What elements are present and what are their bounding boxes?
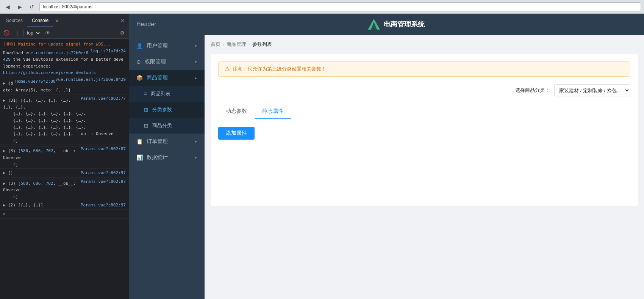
console-file-link[interactable]: vue.runtime.esm.js?2b0e:8429 (56, 76, 126, 83)
user-icon: 👤 (136, 43, 143, 49)
perm-icon: ⊙ (136, 59, 141, 65)
sidebar-item-label: 商品列表 (151, 90, 197, 97)
sidebar: 👤 用户管理 ▾ ⊙ 权限管理 ▾ 📦 商品管理 ▴ (129, 35, 205, 299)
expand-arrow[interactable]: ▶ (3, 181, 8, 186)
tab-more-btn[interactable]: » (53, 17, 61, 24)
app-header-title-area: 电商管理系统 (368, 19, 425, 30)
warning-icon: ⚠ (225, 66, 230, 72)
context-select[interactable]: top (23, 29, 41, 37)
list-icon: ≡ (144, 91, 147, 97)
breadcrumb: 首页 › 商品管理 › 参数列表 (211, 41, 638, 48)
category-select[interactable]: 家装建材 / 定制装修 / 拎包... (554, 84, 630, 96)
tab-dynamic-params[interactable]: 动态参数 (218, 104, 255, 119)
prompt-icon: > (3, 211, 6, 216)
tab-static-attrs[interactable]: 静态属性 (255, 104, 291, 119)
goods-submenu: ≡ 商品列表 ⊞ 分类参数 ⊟ 商品分类 (129, 86, 205, 134)
console-line: ▶ (2) [{…}, {…}] Params.vue?c802:97 (0, 201, 129, 210)
reload-btn[interactable]: ↺ (27, 2, 36, 11)
expand-arrow[interactable]: ▶ (3, 170, 8, 175)
sidebar-item-user-mgmt[interactable]: 👤 用户管理 ▾ (129, 38, 205, 54)
console-text: (3) [580, 686, 702, __ob__: Observe r] (3, 148, 76, 167)
expand-arrow[interactable]: ▶ (3, 98, 8, 103)
back-btn[interactable]: ◀ (3, 2, 12, 11)
category-label: 选择商品分类： (515, 87, 550, 94)
chevron-down-icon: ▾ (195, 60, 197, 65)
breadcrumb-sep: › (249, 42, 250, 47)
gear-btn[interactable]: ⚙ (118, 29, 127, 37)
expand-arrow[interactable]: ▶ (3, 148, 8, 153)
console-text: (2) [{…}, {…}] (8, 203, 43, 208)
console-file-link[interactable]: Params.vue?c802:87 (81, 146, 126, 153)
sidebar-item-goods-mgmt[interactable]: 📦 商品管理 ▴ (129, 70, 205, 86)
tab-sources[interactable]: Sources (2, 14, 27, 27)
warning-bar: ⚠ 注意：只允许为第三级分类设置相关参数！ (218, 61, 630, 77)
devtools-console[interactable]: [HMR] Waiting for update signal from WDS… (0, 39, 129, 299)
clear-console-btn[interactable]: 🚫 (2, 29, 11, 37)
category-row: 选择商品分类： 家装建材 / 定制装修 / 拎包... (218, 84, 630, 96)
console-file-link[interactable]: Params.vue?c802:87 (81, 178, 126, 185)
expand-arrow[interactable]: ▶ (3, 81, 8, 86)
chevron-up-icon: ▴ (195, 76, 197, 80)
address-text: localhost:8002/#/params (43, 4, 92, 9)
console-file-link[interactable]: log.js?1afd:24 (91, 48, 126, 55)
address-bar[interactable]: localhost:8002/#/params (39, 2, 641, 11)
sidebar-item-label: 商品分类 (152, 122, 197, 129)
fwd-btn[interactable]: ▶ (15, 2, 24, 11)
breadcrumb-goods[interactable]: 商品管理 (227, 41, 246, 48)
app-header: Header 电商管理系统 (129, 14, 644, 35)
params-tabs: 动态参数 静态属性 (218, 104, 630, 119)
sidebar-item-label: 订单管理 (147, 138, 191, 145)
devtools-close-btn[interactable]: × (118, 17, 127, 24)
console-prompt-line[interactable]: > (0, 210, 129, 219)
console-text: [] (8, 170, 13, 175)
console-line: ▶ [] Params.vue?c802:97 (0, 169, 129, 178)
console-file-link[interactable]: Params.vue?c802:97 (81, 202, 126, 209)
devtools-toolbar: 🚫 | top 👁 ⚙ (0, 27, 129, 39)
sidebar-item-goods-category[interactable]: ⊟ 商品分类 (129, 118, 205, 134)
app-title: 电商管理系统 (384, 20, 425, 29)
chevron-down-icon: ▾ (195, 44, 197, 49)
sidebar-item-label: 商品管理 (147, 74, 191, 81)
warning-text: 注意：只允许为第三级分类设置相关参数！ (233, 66, 326, 72)
browser-bar: ◀ ▶ ↺ localhost:8002/#/params (0, 0, 644, 14)
app-body: 👤 用户管理 ▾ ⊙ 权限管理 ▾ 📦 商品管理 ▴ (129, 35, 644, 299)
vue-logo-icon (368, 19, 380, 30)
header-left-label: Header (136, 21, 156, 28)
vue-runtime-link[interactable]: vue.runtime.esm.js?2b0e:8429 (3, 50, 88, 62)
sidebar-item-goods-params[interactable]: ⊞ 分类参数 (129, 102, 205, 118)
sidebar-item-label: 用户管理 (147, 42, 191, 49)
console-line: [HMR] Waiting for update signal from WDS… (0, 40, 129, 49)
params-icon: ⊞ (144, 107, 148, 113)
sidebar-item-label: 权限管理 (145, 58, 191, 65)
console-file-link[interactable]: Home.vue?76f2:88 (16, 78, 56, 85)
devtools-tab-bar: Sources Console » × (0, 14, 129, 27)
sidebar-item-goods-list[interactable]: ≡ 商品列表 (129, 86, 205, 102)
chevron-down-icon: ▾ (195, 139, 197, 144)
console-text: [HMR] Waiting for update signal from WDS… (3, 42, 111, 47)
sidebar-item-data-stats[interactable]: 📊 数据统计 ▾ (129, 150, 205, 165)
main-area: Sources Console » × 🚫 | top 👁 ⚙ [HMR] Wa… (0, 14, 644, 299)
main-content: 首页 › 商品管理 › 参数列表 ⚠ 注意：只允许为第三级分类设置相关参数！ (205, 35, 644, 299)
app-area: Header 电商管理系统 👤 用户管理 ▾ (129, 14, 644, 299)
devtools-github-link[interactable]: https://github.com/vuejs/vue-devtools (3, 70, 96, 75)
breadcrumb-params: 参数列表 (252, 41, 272, 48)
console-line: ▶ (31) [{…}, {…}, {…}, {…}, {…}, {…}, {…… (0, 96, 129, 145)
console-file-link[interactable]: Params.vue?c802:77 (81, 95, 126, 102)
filter-icon: | (13, 29, 21, 37)
eye-btn[interactable]: 👁 (44, 29, 52, 37)
breadcrumb-sep: › (223, 42, 224, 47)
category-icon: ⊟ (144, 123, 148, 129)
sidebar-item-label: 分类参数 (152, 106, 197, 113)
sidebar-item-label: 数据统计 (147, 154, 191, 161)
sidebar-item-perm-mgmt[interactable]: ⊙ 权限管理 ▾ (129, 54, 205, 70)
sidebar-item-order-mgmt[interactable]: 📋 订单管理 ▾ (129, 134, 205, 150)
console-text: (3) [580, 686, 702, __ob__: Observe r] (3, 181, 76, 199)
stats-icon: 📊 (136, 154, 143, 161)
breadcrumb-home[interactable]: 首页 (211, 41, 220, 48)
devtools-panel: Sources Console » × 🚫 | top 👁 ⚙ [HMR] Wa… (0, 14, 129, 299)
console-file-link[interactable]: Params.vue?c802:97 (81, 170, 126, 176)
expand-arrow[interactable]: ▶ (3, 203, 8, 208)
chevron-down-icon: ▾ (195, 155, 197, 160)
add-attribute-button[interactable]: 添加属性 (218, 127, 255, 140)
tab-console[interactable]: Console (27, 14, 53, 27)
